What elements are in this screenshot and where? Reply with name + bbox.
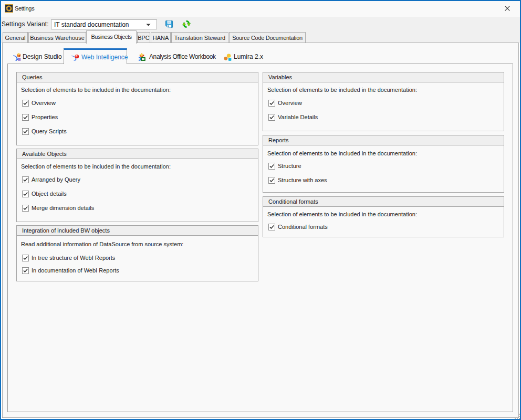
checkbox-label: Object details — [32, 191, 67, 197]
checkbox-label: Arranged by Query — [32, 176, 80, 183]
tab-web-intelligence[interactable]: Web Intelligence — [64, 48, 127, 64]
tab-label: HANA — [153, 35, 169, 41]
app-icon — [5, 4, 13, 13]
checkbox-box — [268, 114, 275, 121]
tab-label: Translation Steward — [174, 35, 225, 41]
group-intro-text: Selection of elements to be included in … — [21, 163, 171, 170]
check-icon — [23, 205, 28, 211]
tab-hana[interactable]: HANA — [151, 32, 171, 43]
refresh-button[interactable] — [181, 19, 192, 29]
close-icon — [505, 6, 510, 11]
group-title-text: Variables — [268, 74, 292, 80]
checkbox-structure[interactable]: Structure — [268, 163, 301, 170]
checkbox-variable-details[interactable]: Variable Details — [268, 114, 318, 121]
check-icon — [23, 129, 28, 134]
checkbox-label: Overview — [32, 100, 56, 107]
checkbox-documentation-webi-reports[interactable]: In documentation of WebI Reports — [22, 267, 119, 274]
checkbox-object-details[interactable]: Object details — [22, 191, 67, 197]
settings-variant-combobox[interactable]: IT standard documentation — [51, 19, 157, 29]
check-icon — [23, 255, 28, 261]
tab-label: General — [5, 35, 25, 41]
check-icon — [269, 224, 275, 230]
save-icon — [165, 20, 173, 28]
tab-general[interactable]: General — [3, 32, 28, 43]
group-intro-text: Selection of elements to be included in … — [267, 211, 417, 218]
tab-analysis-office-workbook[interactable]: Analysis Office Workbook — [134, 50, 216, 64]
tab-label: Analysis Office Workbook — [149, 53, 216, 60]
settings-variant-label: Settings Variant: — [2, 17, 49, 33]
checkbox-overview[interactable]: Overview — [22, 100, 56, 107]
group-title-text: Conditional formats — [268, 198, 318, 205]
tab-label: Source Code Documentation — [232, 35, 303, 41]
group-title-text: Queries — [22, 74, 43, 80]
tab-label: Business Warehouse — [30, 35, 85, 41]
checkbox-label: Overview — [278, 100, 302, 107]
checkbox-structure-with-axes[interactable]: Structure with axes — [268, 177, 327, 184]
design-studio-icon — [12, 52, 20, 61]
check-icon — [269, 114, 275, 120]
close-button[interactable] — [495, 1, 519, 16]
checkbox-label: Structure with axes — [278, 177, 327, 184]
tab-label: Web Intelligence — [81, 54, 128, 61]
settings-variant-value: IT standard documentation — [54, 20, 129, 29]
check-icon — [23, 177, 28, 183]
tab-label: Lumira 2.x — [234, 53, 263, 60]
tab-label: Business Objects — [91, 34, 132, 40]
group-variables: Variables Selection of elements to be in… — [263, 72, 504, 131]
checkbox-label: Variable Details — [278, 114, 318, 121]
check-icon — [23, 191, 28, 197]
check-icon — [23, 268, 28, 274]
checkbox-tree-structure-webi-reports[interactable]: In tree structure of WebI Reports — [22, 255, 115, 261]
group-title: Conditional formats — [263, 197, 504, 207]
check-icon — [23, 100, 28, 106]
checkbox-box — [268, 163, 275, 170]
checkbox-box — [22, 100, 29, 107]
tab-lumira[interactable]: Lumira 2.x — [219, 50, 263, 64]
titlebar: Settings — [1, 1, 520, 17]
group-title: Reports — [263, 135, 504, 145]
tab-translation-steward[interactable]: Translation Steward — [171, 32, 228, 43]
group-title: Variables — [263, 72, 504, 82]
checkbox-box — [22, 205, 29, 212]
checkbox-box — [268, 177, 275, 184]
checkbox-box — [22, 176, 29, 183]
web-intelligence-icon — [71, 53, 79, 61]
resize-grip[interactable] — [513, 412, 520, 419]
group-title-text: Reports — [268, 137, 289, 143]
group-title-text: Integration of included BW objects — [22, 227, 110, 234]
save-variant-button[interactable] — [164, 19, 174, 29]
tab-business-objects[interactable]: Business Objects — [86, 30, 137, 44]
lumira-icon — [223, 52, 232, 61]
check-icon — [269, 177, 275, 183]
group-reports: Reports Selection of elements to be incl… — [263, 135, 504, 193]
checkbox-label: In tree structure of WebI Reports — [32, 255, 115, 261]
checkbox-box — [22, 267, 29, 274]
checkbox-label: Merge dimension details — [32, 205, 94, 212]
checkbox-properties[interactable]: Properties — [22, 114, 58, 121]
checkbox-query-scripts[interactable]: Query Scripts — [22, 128, 67, 135]
chevron-down-icon — [146, 24, 151, 26]
checkbox-label: In documentation of WebI Reports — [32, 267, 119, 274]
checkbox-box — [22, 255, 29, 261]
check-icon — [269, 163, 275, 169]
checkbox-label: Query Scripts — [32, 128, 67, 135]
checkbox-merge-dimension-details[interactable]: Merge dimension details — [22, 205, 94, 212]
group-queries: Queries Selection of elements to be incl… — [16, 72, 258, 145]
checkbox-box — [22, 191, 29, 197]
tab-bpc[interactable]: BPC — [137, 32, 150, 43]
group-title: Integration of included BW objects — [17, 226, 258, 236]
window-title: Settings — [15, 1, 34, 16]
checkbox-conditional-formats[interactable]: Conditional formats — [268, 224, 328, 230]
checkbox-label: Conditional formats — [278, 224, 328, 230]
checkbox-box — [268, 100, 275, 107]
checkbox-arranged-by-query[interactable]: Arranged by Query — [22, 176, 80, 183]
group-intro-text: Read additional information of DataSourc… — [21, 241, 183, 248]
group-integration-bw-objects: Integration of included BW objects Read … — [16, 225, 258, 281]
tab-source-code-documentation[interactable]: Source Code Documentation — [229, 32, 306, 43]
group-title: Available Objects — [17, 149, 258, 159]
analysis-office-icon — [139, 52, 147, 61]
web-intelligence-page: Queries Selection of elements to be incl… — [7, 64, 513, 412]
checkbox-overview[interactable]: Overview — [268, 100, 302, 107]
tab-business-warehouse[interactable]: Business Warehouse — [28, 32, 86, 43]
tab-design-studio[interactable]: Design Studio — [8, 50, 62, 64]
